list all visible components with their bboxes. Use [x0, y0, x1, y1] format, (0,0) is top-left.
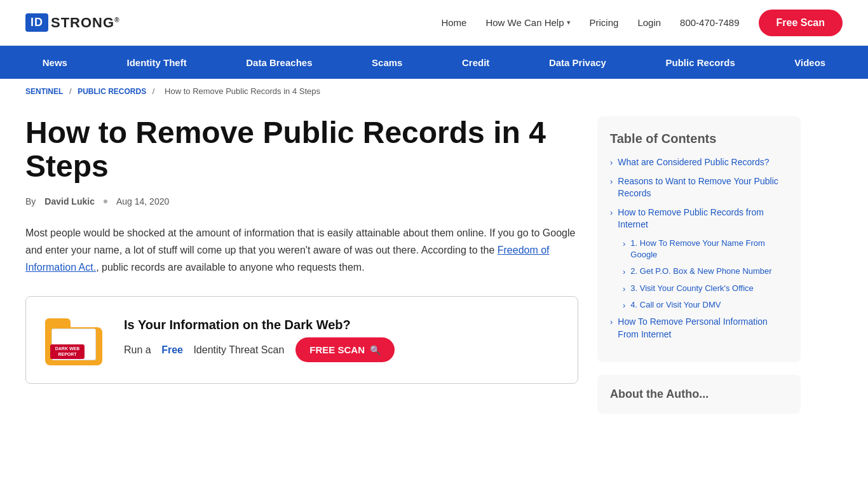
dark-web-card: DARK WEB REPORT Is Your Information on t… [25, 296, 578, 384]
logo-strong-text: STRONG® [51, 15, 120, 31]
nav-how-we-can-help[interactable]: How We Can Help ▾ [485, 17, 570, 28]
toc-sub-item-3: › 3. Visit Your County Clerk's Office [623, 283, 788, 294]
toc-title: Table of Contents [610, 132, 788, 146]
chevron-right-icon: › [623, 284, 625, 294]
nav-home[interactable]: Home [441, 17, 466, 28]
toc-item-2: › Reasons to Want to Remove Your Public … [610, 175, 788, 200]
blue-nav-credit[interactable]: Credit [456, 47, 496, 78]
toc-item-3: › How to Remove Public Records from Inte… [610, 207, 788, 231]
chevron-right-icon: › [610, 177, 613, 186]
phone-number: 800-470-7489 [680, 17, 739, 28]
article: How to Remove Public Records in 4 Steps … [25, 116, 578, 414]
scan-line: Run a Free Identity Threat Scan FREE SCA… [124, 337, 395, 362]
toc-sub-link-4[interactable]: 4. Call or Visit Your DMV [630, 299, 721, 311]
blue-nav-identity-theft[interactable]: Identity Theft [121, 47, 193, 78]
about-author-title: About the Autho... [610, 388, 788, 401]
article-body: Most people would be shocked at the amou… [25, 224, 578, 276]
top-header: ID STRONG® Home How We Can Help ▾ Pricin… [0, 0, 868, 46]
breadcrumb-public-records[interactable]: Public Records [78, 87, 146, 96]
sidebar: Table of Contents › What are Considered … [597, 116, 801, 414]
logo-id: ID [25, 13, 48, 32]
toc-sub-link-1[interactable]: 1. How To Remove Your Name From Google [630, 238, 788, 261]
free-word: Free [161, 344, 183, 356]
nav-pricing[interactable]: Pricing [590, 17, 619, 28]
search-icon: 🔍 [370, 345, 381, 355]
chevron-right-icon: › [623, 267, 625, 276]
blue-nav-public-records[interactable]: Public Records [660, 47, 742, 78]
chevron-right-icon: › [610, 208, 613, 217]
nav-login[interactable]: Login [637, 17, 661, 28]
chevron-right-icon: › [610, 158, 613, 167]
logo[interactable]: ID STRONG® [25, 13, 120, 32]
chevron-right-icon: › [610, 317, 613, 327]
toc-sub-link-2[interactable]: 2. Get P.O. Box & New Phone Number [630, 266, 771, 277]
chevron-down-icon: ▾ [567, 18, 571, 27]
toc-sub-link-3[interactable]: 3. Visit Your County Clerk's Office [630, 283, 753, 294]
by-label: By [25, 196, 36, 207]
blue-nav-videos[interactable]: Videos [788, 47, 832, 78]
toc-sub-items: › 1. How To Remove Your Name From Google… [610, 238, 788, 311]
toc-sub-item-4: › 4. Call or Visit Your DMV [623, 299, 788, 311]
toc-sub-item-2: › 2. Get P.O. Box & New Phone Number [623, 266, 788, 277]
toc-link-4[interactable]: How To Remove Personal Information From … [618, 316, 788, 341]
toc-link-2[interactable]: Reasons to Want to Remove Your Public Re… [618, 175, 788, 200]
dark-web-folder-icon: DARK WEB REPORT [45, 315, 109, 365]
toc-link-1[interactable]: What are Considered Public Records? [618, 156, 769, 169]
dark-web-badge: DARK WEB REPORT [50, 344, 85, 359]
author-name: David Lukic [44, 196, 95, 207]
main-content: How to Remove Public Records in 4 Steps … [0, 104, 868, 439]
breadcrumb: SENTINEL / Public Records / How to Remov… [0, 79, 868, 104]
dark-web-card-text: Is Your Information on the Dark Web? Run… [124, 318, 395, 362]
dark-web-free-scan-button[interactable]: FREE SCAN 🔍 [295, 337, 395, 362]
toc-item-4: › How To Remove Personal Information Fro… [610, 316, 788, 341]
article-title: How to Remove Public Records in 4 Steps [25, 116, 578, 184]
blue-nav-bar: News Identity Theft Data Breaches Scams … [0, 46, 868, 79]
chevron-right-icon: › [623, 239, 625, 248]
table-of-contents: Table of Contents › What are Considered … [597, 116, 801, 362]
toc-item-1: › What are Considered Public Records? [610, 156, 788, 169]
article-meta: By David Lukic Aug 14, 2020 [25, 196, 578, 207]
chevron-right-icon: › [623, 301, 625, 310]
logo-id-text: ID [31, 16, 43, 29]
breadcrumb-sentinel[interactable]: SENTINEL [25, 87, 63, 96]
blue-nav-data-breaches[interactable]: Data Breaches [240, 47, 318, 78]
blue-nav-scams[interactable]: Scams [365, 47, 409, 78]
toc-sub-item-1: › 1. How To Remove Your Name From Google [623, 238, 788, 261]
free-scan-button[interactable]: Free Scan [759, 10, 843, 36]
top-nav: Home How We Can Help ▾ Pricing Login 800… [441, 10, 843, 36]
blue-nav-data-privacy[interactable]: Data Privacy [543, 47, 613, 78]
blue-nav-news[interactable]: News [36, 47, 74, 78]
toc-link-3[interactable]: How to Remove Public Records from Intern… [618, 207, 788, 231]
article-date: Aug 14, 2020 [116, 196, 169, 207]
about-author-box: About the Autho... [597, 375, 801, 414]
breadcrumb-current: How to Remove Public Records in 4 Steps [165, 86, 320, 96]
dot-separator [104, 200, 107, 203]
dark-web-heading: Is Your Information on the Dark Web? [124, 318, 395, 332]
